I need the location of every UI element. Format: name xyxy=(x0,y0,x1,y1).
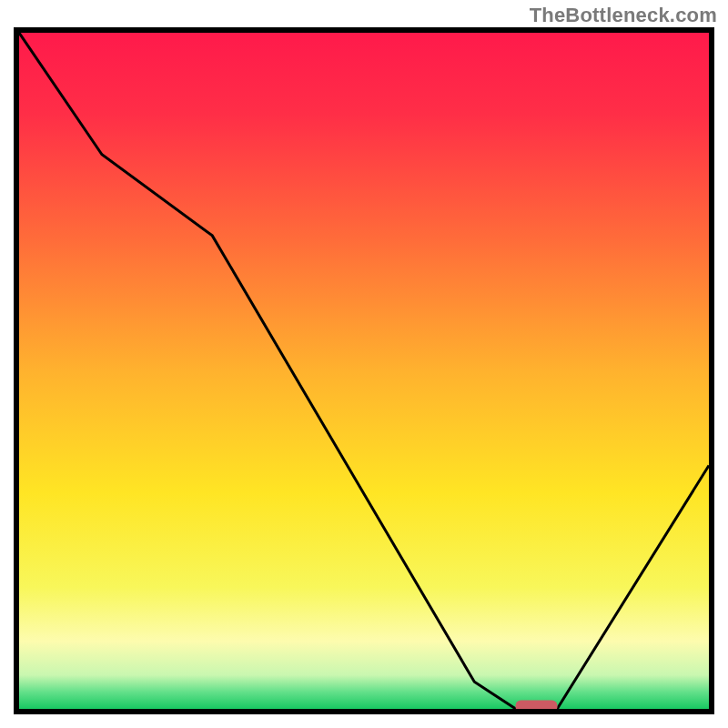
plot-svg xyxy=(19,33,709,709)
plot-area xyxy=(14,27,714,714)
gradient-background xyxy=(19,33,709,709)
optimum-marker xyxy=(516,701,558,710)
watermark-text: TheBottleneck.com xyxy=(530,4,717,27)
